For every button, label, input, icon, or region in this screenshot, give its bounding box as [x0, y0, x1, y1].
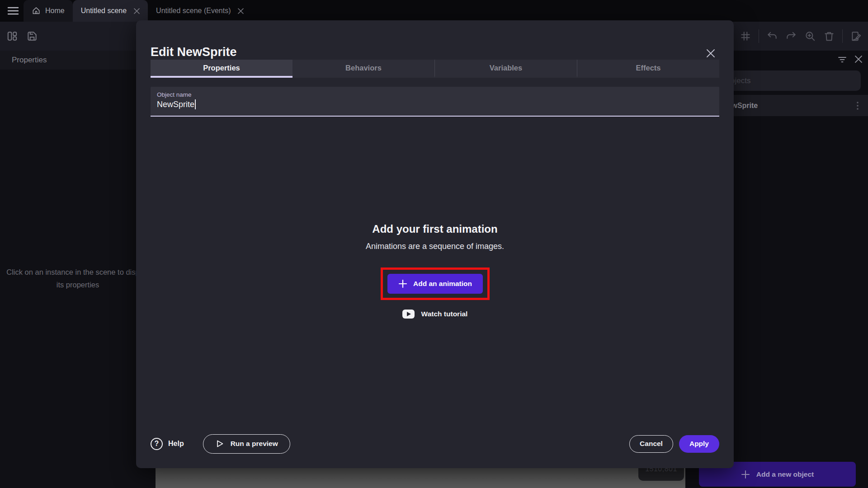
- youtube-play-icon: [402, 310, 415, 319]
- toolbar-divider: [759, 29, 759, 43]
- tab-label: Home: [45, 7, 65, 15]
- tab-untitled-scene-events[interactable]: Untitled scene (Events): [148, 0, 252, 22]
- watch-tutorial-link[interactable]: Watch tutorial: [402, 310, 468, 319]
- properties-panel: Properties Click on an instance in the s…: [0, 51, 156, 488]
- edit-object-dialog: Edit NewSprite Properties Behaviors Vari…: [136, 20, 734, 468]
- highlight-box: Add an animation: [381, 267, 490, 300]
- tab-label: Untitled scene (Events): [156, 7, 231, 15]
- redo-icon[interactable]: [785, 30, 797, 42]
- tab-home[interactable]: Home: [24, 0, 73, 22]
- grid-icon[interactable]: [740, 30, 751, 42]
- toolbar-divider: [842, 29, 843, 43]
- help-button[interactable]: ? Help: [151, 438, 184, 450]
- dialog-footer: ? Help Run a preview Cancel Apply: [151, 434, 719, 454]
- play-icon: [215, 439, 224, 448]
- undo-icon[interactable]: [766, 30, 778, 42]
- watch-tutorial-label: Watch tutorial: [421, 310, 468, 318]
- help-label: Help: [168, 440, 184, 448]
- object-name-field-label: Object name: [157, 91, 713, 98]
- app-window: Home Untitled scene Untitled scene (Even…: [0, 0, 868, 488]
- object-name-field[interactable]: Object name NewSprite: [151, 87, 719, 117]
- add-animation-button[interactable]: Add an animation: [387, 274, 483, 294]
- plus-icon: [741, 470, 750, 479]
- dialog-tabs: Properties Behaviors Variables Effects: [151, 60, 719, 78]
- tab-variables[interactable]: Variables: [434, 60, 577, 78]
- question-mark-icon: ?: [151, 438, 163, 450]
- top-tab-bar: Home Untitled scene Untitled scene (Even…: [0, 0, 868, 22]
- dialog-title: Edit NewSprite: [151, 45, 237, 59]
- close-icon[interactable]: [134, 8, 140, 14]
- zoom-in-icon[interactable]: [804, 30, 816, 42]
- run-preview-button[interactable]: Run a preview: [203, 434, 290, 454]
- edit-scene-properties-icon[interactable]: [850, 30, 862, 42]
- properties-empty-message: Click on an instance in the scene to dis…: [0, 266, 156, 291]
- kebab-menu-icon[interactable]: [854, 101, 862, 111]
- apply-button[interactable]: Apply: [679, 435, 719, 453]
- object-name-label: NewSprite: [722, 102, 854, 110]
- tab-untitled-scene[interactable]: Untitled scene: [73, 0, 148, 22]
- text-cursor: [195, 99, 196, 109]
- tab-behaviors[interactable]: Behaviors: [292, 60, 434, 78]
- save-icon[interactable]: [26, 30, 38, 42]
- object-name-field-value: NewSprite: [157, 100, 194, 109]
- add-animation-label: Add an animation: [413, 280, 472, 288]
- empty-state-heading: Add your first animation: [372, 223, 497, 235]
- properties-panel-title: Properties: [0, 51, 156, 70]
- trash-icon[interactable]: [823, 30, 835, 42]
- tab-label: Untitled scene: [81, 7, 127, 15]
- tab-effects[interactable]: Effects: [577, 60, 719, 78]
- home-icon: [32, 6, 41, 15]
- close-panel-icon[interactable]: [854, 54, 863, 64]
- close-icon[interactable]: [238, 8, 244, 14]
- plus-icon: [398, 279, 408, 289]
- filter-icon[interactable]: [837, 54, 847, 64]
- add-new-object-label: Add a new object: [756, 470, 814, 479]
- cancel-button[interactable]: Cancel: [629, 435, 673, 453]
- dialog-close-icon[interactable]: [706, 48, 716, 58]
- tab-properties[interactable]: Properties: [151, 60, 292, 78]
- run-preview-label: Run a preview: [231, 440, 278, 448]
- layout-panels-icon[interactable]: [6, 30, 18, 42]
- menu-icon[interactable]: [7, 5, 19, 16]
- empty-state-subtext: Animations are a sequence of images.: [366, 242, 504, 251]
